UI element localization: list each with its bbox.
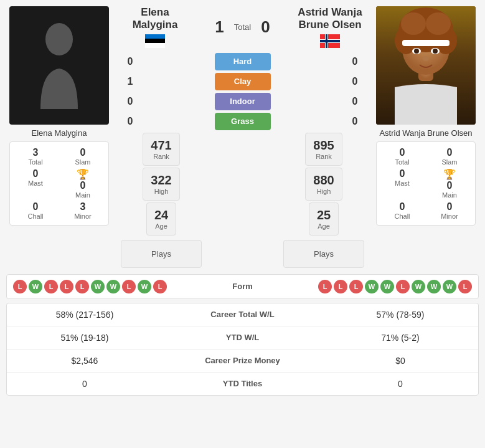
form-badge-w: W [427, 280, 441, 293]
left-form-badges: LWLLLWWLWL [13, 280, 167, 293]
left-high-box: 322 High [143, 168, 179, 201]
stat-row-0: 58% (217-156)Career Total W/L57% (78-59) [7, 303, 478, 326]
player-right: Astrid Wanja Brune Olsen 0 Total 0 Slam … [373, 6, 479, 268]
form-badge-w: W [106, 280, 120, 293]
left-slam-label: Slam [75, 158, 90, 166]
clay-button[interactable]: Clay [215, 73, 271, 90]
left-age-label: Age [154, 222, 168, 230]
stat-left-val-3: 0 [7, 373, 162, 395]
right-rank-box: 895 Rank [305, 133, 342, 166]
rank-boxes-row: 471 Rank 322 High 24 Age Plays [115, 133, 370, 268]
left-slam-num: 0 [80, 147, 86, 158]
form-badge-l: L [13, 280, 27, 293]
right-age-num: 25 [317, 208, 331, 222]
right-slam-num: 0 [447, 147, 453, 158]
right-form-badges: LLLWWLWWWL [318, 280, 472, 293]
right-mast-label: Mast [395, 179, 410, 187]
svg-rect-1 [145, 34, 165, 39]
clay-left-score: 1 [121, 76, 139, 87]
left-minor-num: 3 [80, 201, 86, 212]
form-badge-l: L [334, 280, 347, 293]
left-mast-label: Mast [28, 179, 43, 187]
form-badge-l: L [318, 280, 332, 293]
svg-rect-2 [145, 39, 165, 43]
form-badge-l: L [60, 280, 73, 293]
right-mast-num: 0 [400, 168, 405, 179]
right-total-score: 0 [261, 17, 270, 37]
form-badge-l: L [75, 280, 89, 293]
form-badge-w: W [365, 280, 379, 293]
svg-point-16 [426, 12, 451, 35]
surface-row-grass: 0 Grass 0 [121, 113, 364, 130]
right-slam-label: Slam [441, 158, 457, 166]
right-minor-label: Minor [441, 212, 458, 220]
stat-right-val-2: $0 [323, 350, 478, 372]
form-badge-l: L [44, 280, 58, 293]
grass-left-score: 0 [121, 116, 139, 127]
right-total-label: Total [395, 158, 409, 166]
left-rank-label: Rank [151, 153, 171, 160]
form-badge-w: W [380, 280, 394, 293]
svg-point-0 [45, 23, 73, 55]
svg-rect-8 [320, 40, 340, 42]
stat-left-val-2: $2,546 [7, 350, 162, 372]
stat-center-label-3: YTD Titles [162, 373, 323, 394]
indoor-right-score: 0 [346, 96, 364, 107]
stats-section: 58% (217-156)Career Total W/L57% (78-59)… [6, 303, 479, 396]
right-high-label: High [313, 188, 334, 195]
right-age-label: Age [317, 222, 331, 230]
svg-point-22 [423, 56, 429, 61]
surface-row-clay: 1 Clay 0 [121, 73, 364, 90]
right-age-box: 25 Age [309, 203, 339, 236]
stat-right-val-0: 57% (78-59) [323, 303, 478, 326]
surface-row-indoor: 0 Indoor 0 [121, 93, 364, 110]
left-trophy-icon: 🏆 [77, 168, 89, 180]
right-photo-bg [376, 6, 476, 125]
form-badge-w: W [412, 280, 425, 293]
right-rank-label: Rank [313, 153, 334, 160]
left-chall-num: 0 [33, 201, 39, 212]
stat-left-val-1: 51% (19-18) [7, 326, 162, 349]
player-left: Elena Malygina 3 Total 0 Slam 0 Mast [6, 6, 112, 268]
right-minor-num: 0 [447, 201, 453, 212]
indoor-button[interactable]: Indoor [215, 93, 271, 110]
right-trophy-icon: 🏆 [443, 168, 456, 180]
left-total-score: 1 [215, 17, 224, 37]
right-player-name-center: Astrid WanjaBrune Olsen [293, 6, 367, 32]
left-main-label: Main [75, 191, 90, 199]
left-player-photo [9, 6, 109, 125]
svg-point-21 [433, 49, 438, 54]
left-main-num: 0 [80, 180, 86, 191]
right-flag [320, 34, 340, 48]
right-player-stats: 0 Total 0 Slam 0 Mast 🏆 0 Main [376, 141, 476, 226]
form-badge-l: L [458, 280, 472, 293]
right-main-num: 0 [447, 180, 453, 191]
players-section: Elena Malygina 3 Total 0 Slam 0 Mast [6, 6, 479, 268]
left-chall-label: Chall [27, 212, 43, 220]
right-rank-num: 895 [313, 138, 334, 153]
form-badge-l: L [153, 280, 167, 293]
grass-right-score: 0 [346, 116, 364, 127]
hard-right-score: 0 [346, 56, 364, 67]
left-player-name-center: ElenaMalygina [118, 6, 192, 32]
left-age-num: 24 [154, 208, 168, 222]
left-rank-num: 471 [151, 138, 171, 153]
stat-row-2: $2,546Career Prize Money$0 [7, 350, 478, 373]
stat-row-1: 51% (19-18)YTD W/L71% (5-2) [7, 326, 478, 350]
surface-row-hard: 0 Hard 0 [121, 53, 364, 70]
form-badge-l: L [122, 280, 136, 293]
svg-rect-3 [145, 43, 165, 48]
clay-right-score: 0 [346, 76, 364, 87]
form-label: Form [232, 282, 253, 291]
left-rank-box: 471 Rank [143, 133, 179, 166]
right-main-label: Main [442, 191, 457, 199]
left-player-stats: 3 Total 0 Slam 0 Mast 🏆 0 Main [9, 141, 109, 226]
left-player-name-below: Elena Malygina [32, 128, 87, 138]
right-total-num: 0 [400, 147, 405, 158]
stat-center-label-0: Career Total W/L [162, 303, 323, 325]
indoor-left-score: 0 [121, 96, 139, 107]
grass-button[interactable]: Grass [215, 113, 271, 130]
hard-button[interactable]: Hard [215, 53, 271, 70]
left-flag [145, 34, 165, 48]
right-player-name-below: Astrid Wanja Brune Olsen [379, 128, 472, 138]
